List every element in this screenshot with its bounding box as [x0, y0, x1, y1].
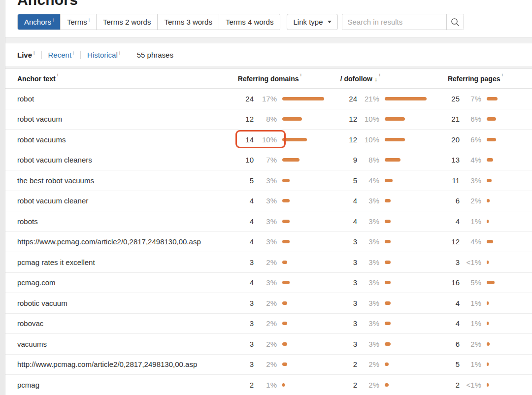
pages-bar-cell: [481, 301, 532, 305]
table-row[interactable]: the best robot vacuums53%54%113%: [5, 170, 532, 191]
dofollow-bar: [385, 342, 391, 346]
tab-terms-2-words[interactable]: Terms 2 words: [96, 14, 158, 30]
pages-percent: 2%: [460, 340, 481, 348]
dofollow-bar-cell: [379, 342, 433, 346]
dofollow-percent: 3%: [357, 258, 379, 266]
tab-label: Terms 2 words: [103, 18, 151, 26]
anchor-text: robot vacuum cleaners: [17, 156, 227, 164]
pages-percent: 4%: [460, 237, 481, 246]
dofollow-percent: 3%: [357, 217, 379, 226]
pages-count: 13: [433, 156, 460, 164]
domains-bar: [282, 97, 324, 100]
domains-bar-cell: [277, 322, 330, 325]
mode-recent[interactable]: Recenti: [48, 51, 74, 59]
column-header-anchor-text[interactable]: Anchor texti: [17, 75, 227, 83]
dofollow-bar-cell: [379, 138, 433, 141]
dofollow-percent: 3%: [357, 197, 379, 205]
domains-bar-cell: [277, 199, 330, 202]
column-header-referring-domains[interactable]: Referring domainsi: [227, 75, 330, 83]
domains-percent: 2%: [254, 360, 277, 368]
tab-terms[interactable]: Termsi: [60, 14, 96, 30]
dofollow-bar: [385, 179, 393, 182]
pages-count: 6: [433, 340, 460, 348]
pages-percent: 6%: [460, 135, 481, 144]
table-row[interactable]: robotic vacuum32%33%41%: [5, 293, 532, 314]
mode-live[interactable]: Livei: [17, 51, 35, 59]
dofollow-bar-cell: [379, 117, 433, 121]
pages-bar: [487, 240, 493, 243]
info-icon: i: [501, 72, 503, 77]
mode-historical[interactable]: Historicali: [87, 51, 120, 59]
column-header-dofollow[interactable]: / dofollow↓i: [330, 75, 433, 83]
domains-count: 5: [227, 176, 254, 185]
pages-count: 4: [433, 319, 460, 328]
pages-count: 20: [433, 135, 460, 144]
dofollow-percent: 3%: [357, 319, 379, 328]
pages-percent: <1%: [460, 381, 481, 389]
dofollow-bar-cell: [379, 158, 433, 162]
tab-anchors[interactable]: Anchorsi: [18, 14, 60, 30]
table-row[interactable]: robot2417%2421%257%: [5, 89, 532, 109]
pages-bar-cell: [481, 199, 532, 202]
pages-count: 6: [433, 197, 460, 205]
dofollow-bar: [385, 220, 391, 223]
domains-percent: 3%: [254, 197, 277, 205]
tab-terms-3-words[interactable]: Terms 3 words: [157, 14, 219, 30]
pages-bar: [487, 199, 490, 202]
dofollow-bar: [385, 117, 405, 121]
dofollow-bar: [385, 362, 389, 366]
pages-bar: [487, 301, 489, 305]
domains-bar: [282, 383, 285, 387]
table-row[interactable]: robot vacuum128%1210%216%: [5, 109, 532, 130]
table-row[interactable]: robots43%43%41%: [5, 211, 532, 232]
dofollow-bar: [385, 261, 391, 264]
link-type-label: Link type: [293, 18, 323, 26]
dofollow-bar-cell: [379, 261, 433, 264]
tab-terms-4-words[interactable]: Terms 4 words: [219, 14, 280, 30]
dofollow-count: 3: [330, 299, 357, 307]
anchor-text: the best robot vacuums: [17, 176, 227, 185]
pages-percent: 4%: [460, 156, 481, 164]
mode-separator: [80, 51, 81, 59]
pages-bar-cell: [481, 362, 532, 366]
table-row[interactable]: robot vacuums1410%1210%206%: [5, 130, 532, 150]
page-title: Anchors: [17, 0, 532, 8]
sort-desc-icon: ↓: [374, 75, 378, 83]
column-header-referring-pages[interactable]: Referring pagesi: [433, 75, 532, 83]
table-row[interactable]: robovac32%33%41%: [5, 314, 532, 334]
table-row[interactable]: robot vacuum cleaner43%43%62%: [5, 191, 532, 212]
pages-bar: [487, 322, 489, 325]
chevron-down-icon: [328, 21, 332, 23]
table-row[interactable]: pcmag rates it excellent32%33%3<1%: [5, 252, 532, 273]
domains-bar-cell: [277, 158, 330, 162]
pages-count: 4: [433, 217, 460, 226]
pages-percent: 6%: [460, 115, 481, 123]
pages-count: 4: [433, 299, 460, 307]
table-row[interactable]: pcmag.com43%33%165%: [5, 273, 532, 294]
anchor-text: pcmag.com: [17, 278, 227, 287]
pages-bar-cell: [481, 220, 532, 223]
dofollow-percent: 10%: [357, 115, 379, 123]
tab-label: Terms 3 words: [164, 18, 212, 26]
table-row[interactable]: robot vacuum cleaners107%98%134%: [5, 150, 532, 171]
tab-label: Terms: [67, 18, 87, 26]
dofollow-bar-cell: [379, 383, 433, 387]
anchor-text: robot: [17, 95, 227, 103]
table-row[interactable]: vacuums32%33%62%: [5, 334, 532, 355]
pages-bar-cell: [481, 383, 532, 387]
pages-count: 5: [433, 360, 460, 368]
domains-bar: [282, 117, 302, 121]
table-row[interactable]: https://www.pcmag.com/article2/0,2817,24…: [5, 232, 532, 253]
anchor-text: robot vacuums: [17, 135, 227, 144]
search-button[interactable]: [447, 14, 464, 30]
domains-count: 3: [227, 360, 254, 368]
domains-bar-cell: [277, 179, 330, 182]
table-row[interactable]: http://www.pcmag.com/article2/0,2817,249…: [5, 355, 532, 375]
domains-count: 24: [227, 95, 254, 103]
search-input[interactable]: [342, 14, 446, 30]
table-row[interactable]: pcmag21%22%2<1%: [5, 375, 532, 395]
dofollow-bar: [385, 322, 391, 325]
dofollow-count: 5: [330, 176, 357, 185]
link-type-dropdown[interactable]: Link type: [287, 14, 337, 30]
domains-bar: [282, 261, 287, 264]
